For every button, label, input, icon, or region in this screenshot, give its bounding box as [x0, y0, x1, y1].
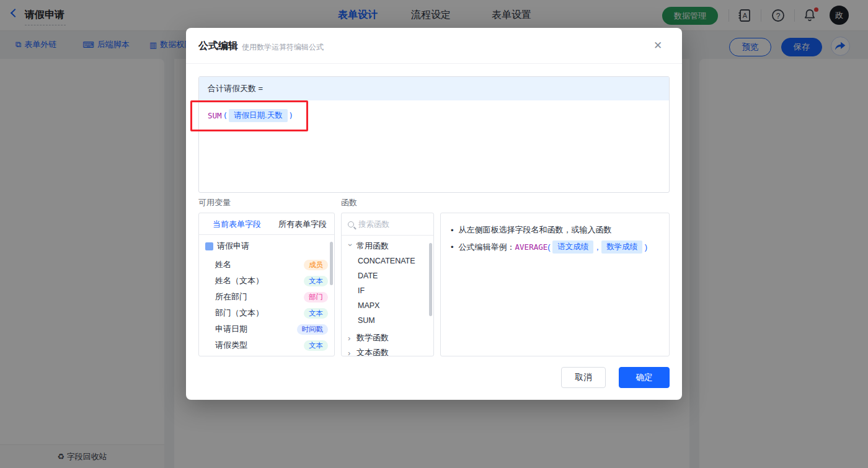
function-search-input[interactable]	[358, 220, 414, 229]
function-item-if[interactable]: IF	[358, 286, 365, 295]
modal-header-divider	[186, 63, 682, 64]
variable-row-name[interactable]: 姓名成员	[215, 257, 328, 273]
function-group-common[interactable]: ›常用函数	[348, 241, 389, 252]
bullet-icon: •	[451, 226, 454, 235]
formula-function-name: SUM	[208, 111, 222, 120]
functions-panel-label: 函数	[341, 197, 357, 208]
app-window: 请假申请 表单设计 流程设定 表单设置 数据管理 A ? 政 ⧉ 表单外链 ⌨ …	[0, 0, 868, 468]
form-doc-icon	[205, 242, 213, 250]
type-badge: 文本	[304, 340, 328, 351]
cancel-button[interactable]: 取消	[561, 367, 606, 388]
formula-expression[interactable]: SUM ( 请假日期.天数 )	[208, 109, 293, 122]
tip-line-1: • 从左侧面板选择字段名和函数，或输入函数	[451, 224, 612, 236]
chevron-right-icon: ›	[348, 348, 353, 357]
modal-title: 公式编辑	[198, 40, 238, 53]
variable-row-name-text[interactable]: 姓名（文本）文本	[215, 273, 328, 289]
formula-target-bar: 合计请假天数 =	[199, 77, 669, 100]
type-badge: 文本	[304, 276, 328, 286]
variable-row-apply-date[interactable]: 申请日期时间戳	[215, 321, 328, 337]
modal-subtitle: 使用数学运算符编辑公式	[242, 42, 324, 53]
type-badge: 成员	[304, 260, 328, 270]
function-item-mapx[interactable]: MAPX	[358, 301, 379, 310]
type-badge: 时间戳	[297, 324, 329, 335]
functions-panel: ›常用函数 CONCATENATE DATE IF MAPX SUM ›数学函数…	[341, 213, 434, 356]
bullet-icon: •	[451, 242, 454, 252]
example-token-1: 语文成绩	[552, 241, 593, 254]
formula-field-token[interactable]: 请假日期.天数	[229, 109, 287, 122]
variables-panel: 当前表单字段 所有表单字段 请假申请 姓名成员 姓名（文本）文本 所在部门部门 …	[198, 213, 335, 356]
variables-tree-root[interactable]: 请假申请	[205, 241, 249, 252]
function-item-sum[interactable]: SUM	[358, 316, 375, 325]
function-group-text[interactable]: ›文本函数	[348, 347, 389, 356]
type-badge: 部门	[304, 292, 328, 302]
confirm-button[interactable]: 确定	[619, 367, 670, 388]
tip-line-2: • 公式编辑举例： AVERAGE ( 语文成绩 ， 数学成绩 )	[451, 241, 647, 254]
example-token-2: 数学成绩	[601, 241, 642, 254]
variables-scrollbar[interactable]	[330, 242, 333, 285]
variables-tabs-divider	[199, 234, 334, 235]
function-item-date[interactable]: DATE	[358, 272, 378, 280]
formula-edit-modal: 公式编辑 使用数学运算符编辑公式 ✕ 合计请假天数 = SUM ( 请假日期.天…	[186, 28, 682, 400]
tab-all-form-fields[interactable]: 所有表单字段	[278, 219, 327, 230]
formula-editor[interactable]: 合计请假天数 = SUM ( 请假日期.天数 )	[198, 76, 670, 193]
functions-scrollbar[interactable]	[429, 243, 432, 316]
type-badge: 文本	[304, 308, 328, 319]
function-item-concatenate[interactable]: CONCATENATE	[358, 257, 415, 265]
function-group-math[interactable]: ›数学函数	[348, 332, 389, 343]
tab-current-form-fields[interactable]: 当前表单字段	[213, 219, 261, 230]
chevron-right-icon: ›	[348, 333, 353, 343]
function-search	[342, 213, 433, 236]
close-icon[interactable]: ✕	[653, 39, 662, 52]
variables-panel-label: 可用变量	[198, 197, 231, 208]
variable-row-leave-type[interactable]: 请假类型文本	[215, 337, 328, 353]
tips-panel: • 从左侧面板选择字段名和函数，或输入函数 • 公式编辑举例： AVERAGE …	[440, 213, 670, 356]
variable-row-department[interactable]: 所在部门部门	[215, 289, 328, 305]
example-function-name: AVERAGE	[515, 242, 548, 252]
chevron-down-icon: ›	[346, 244, 355, 249]
search-icon	[348, 221, 354, 227]
variable-row-department-text[interactable]: 部门（文本）文本	[215, 305, 328, 321]
